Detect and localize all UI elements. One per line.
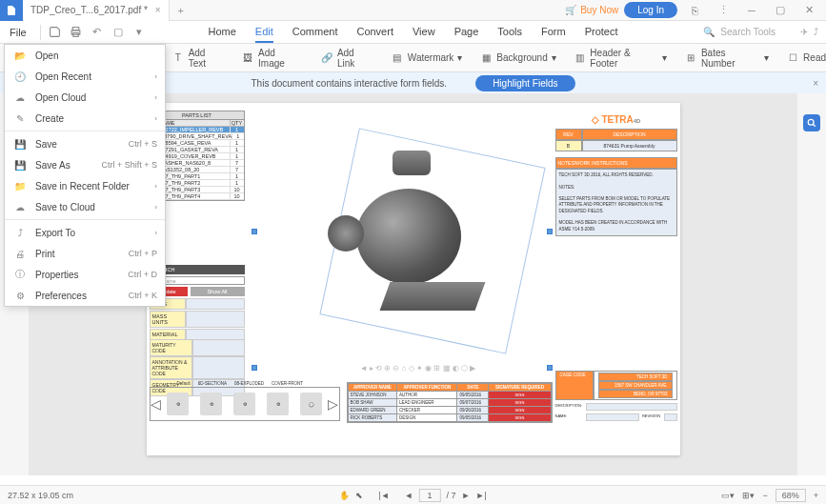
chevron-down-icon: ▾ (552, 52, 556, 63)
recent-icon: 🕘 (12, 71, 28, 82)
3d-toolbar[interactable]: ◄ ▸ ⟲ ⊕ ⊖ ⌂ ◇ ✦ ◉ ⊞ ▦ ◐ ⬡ ▶ (290, 362, 547, 373)
menu-save-recent-folder[interactable]: 📁Save in Recent Folder› (5, 175, 165, 196)
minimize-icon[interactable]: ─ (740, 5, 763, 16)
tab-home[interactable]: Home (208, 22, 235, 43)
read-checkbox[interactable]: ☐Read (786, 51, 826, 65)
buy-now-link[interactable]: 🛒 Buy Now (565, 5, 618, 15)
maximize-icon[interactable]: ▢ (769, 4, 792, 16)
tab-protect[interactable]: Protect (585, 22, 618, 43)
view-thumb[interactable]: ⚙ (200, 393, 222, 415)
menu-export[interactable]: ⤴Export To› (5, 222, 165, 243)
add-text-button[interactable]: TAdd Text (171, 48, 224, 69)
menu-open-cloud[interactable]: ☁Open Cloud› (5, 87, 165, 108)
send-icon[interactable]: ✈ (800, 27, 808, 37)
view-strip: Default 6D-SECTIONA 08-EXPLODED COVER-FR… (150, 387, 340, 421)
mass-units-field[interactable] (186, 311, 245, 328)
view-thumb[interactable]: ⚙ (233, 393, 255, 415)
chevron-down-icon: ▾ (457, 52, 462, 63)
next-view-button[interactable]: ▷ (328, 396, 339, 412)
document-tab[interactable]: TDP_Creo_T...6_2017.pdf * × (23, 0, 170, 21)
folder-icon: 📁 (12, 181, 28, 192)
file-dropdown: 📂Open 🕘Open Recent› ☁Open Cloud› ✎Create… (4, 44, 166, 307)
menu-open-recent[interactable]: 🕘Open Recent› (5, 66, 165, 87)
rev-field[interactable]: B (555, 140, 582, 151)
print-icon[interactable] (66, 22, 87, 43)
add-image-button[interactable]: 🖼Add Image (241, 48, 303, 69)
background-button[interactable]: ▦Background▾ (479, 51, 555, 65)
highlight-fields-button[interactable]: Highlight Fields (475, 75, 574, 91)
gear-icon: ⚙ (12, 291, 28, 301)
background-icon: ▦ (479, 51, 493, 65)
print-icon: 🖨 (12, 249, 28, 259)
zoom-out-icon[interactable]: − (762, 491, 767, 500)
show-all-button[interactable]: Show All (191, 287, 245, 296)
close-window-icon[interactable]: ✕ (797, 4, 820, 16)
add-link-button[interactable]: 🔗Add Link (320, 48, 373, 69)
approval-table: APPROVER NAME APPROVER FUNCTION DATE SIG… (347, 382, 553, 423)
prev-page-icon[interactable]: ◄ (405, 491, 413, 500)
login-button[interactable]: Log In (624, 2, 677, 18)
next-page-icon[interactable]: ► (462, 491, 471, 500)
tab-convert[interactable]: Convert (356, 22, 393, 43)
menu-properties[interactable]: ⓘPropertiesCtrl + D (5, 264, 165, 285)
new-tab-button[interactable]: + (170, 5, 192, 16)
prev-view-button[interactable]: ◁ (151, 396, 162, 412)
approval-row: STEVE JOHNSONAUTHOR09/05/2016SIGN (348, 392, 551, 399)
view-thumb[interactable]: ⚙ (267, 393, 289, 415)
last-page-icon[interactable]: ►| (475, 491, 486, 500)
tab-edit[interactable]: Edit (255, 22, 273, 43)
tab-tools[interactable]: Tools (497, 22, 522, 43)
tab-comment[interactable]: Comment (292, 22, 338, 43)
chevron-down-icon: ▾ (662, 52, 667, 63)
page-input[interactable]: 1 (418, 489, 440, 502)
file-menu-button[interactable]: File (0, 21, 36, 44)
banner-close-icon[interactable]: × (813, 78, 818, 89)
share-icon[interactable]: ⤴ (814, 27, 818, 37)
view-thumb[interactable]: ⚙ (167, 393, 189, 415)
save-icon[interactable] (45, 22, 66, 43)
chevron-right-icon: › (154, 114, 157, 123)
statusbar: 27.52 x 19.05 cm ✋ ⬉ |◄ ◄ 1 / 7 ► ►| ▭▾ … (0, 485, 826, 504)
hand-tool-icon[interactable]: ✋ (339, 491, 350, 500)
close-icon[interactable]: × (155, 5, 161, 15)
tab-page[interactable]: Page (454, 22, 479, 43)
right-sidebar (797, 93, 826, 475)
tab-form[interactable]: Form (541, 22, 566, 43)
pump-3d-view[interactable] (299, 131, 528, 341)
first-page-icon[interactable]: |◄ (378, 491, 389, 500)
menu-open[interactable]: 📂Open (5, 45, 165, 66)
header-icon: ▥ (574, 51, 587, 65)
menu-preferences[interactable]: ⚙PreferencesCtrl + K (5, 285, 165, 306)
menu-print[interactable]: 🖨PrintCtrl + P (5, 243, 165, 264)
menu-save-as[interactable]: 💾Save AsCtrl + Shift + S (5, 154, 165, 175)
menu-save-cloud[interactable]: ☁Save to Cloud› (5, 196, 165, 217)
header-footer-button[interactable]: ▥Header & Footer▾ (574, 48, 668, 69)
mass-field[interactable] (186, 298, 245, 310)
fit-width-icon[interactable]: ▭▾ (721, 491, 735, 500)
cloud-icon: ☁ (12, 202, 28, 212)
approval-row: BOB SHAWLEAD ENGINEER09/07/2016SIGN (348, 399, 551, 407)
watermark-button[interactable]: ▤Watermark▾ (391, 51, 463, 65)
bates-number-button[interactable]: ⊞Bates Number▾ (684, 48, 769, 69)
image-icon: 🖼 (241, 51, 254, 65)
more-icon[interactable]: ▾ (129, 22, 150, 43)
undo-icon[interactable]: ↶ (87, 22, 108, 43)
menu-create[interactable]: ✎Create› (5, 108, 165, 129)
select-tool-icon[interactable]: ⬉ (355, 491, 363, 500)
cloud-icon: ☁ (12, 92, 28, 103)
zoom-in-icon[interactable]: + (814, 491, 818, 500)
notify-icon[interactable]: ⎘ (683, 5, 706, 16)
search-badge[interactable] (803, 114, 820, 131)
kebab-icon[interactable]: ⋮ (712, 4, 735, 16)
menu-tabs: Home Edit Comment Convert View Page Tool… (208, 22, 617, 43)
tab-view[interactable]: View (413, 22, 435, 43)
view-thumb[interactable]: ◯ (300, 393, 322, 415)
tetra-panel: ◇ TETRA4D REV DESCRIPTION B 874631 Pump … (555, 111, 677, 236)
menu-save[interactable]: 💾SaveCtrl + S (5, 133, 165, 154)
search-tools[interactable]: 🔍 Search Tools ✈ ⤴ (703, 27, 826, 37)
zoom-input[interactable]: 68% (776, 489, 806, 502)
redo-icon[interactable]: ▢ (108, 22, 129, 43)
watermark-icon: ▤ (391, 51, 404, 65)
fit-page-icon[interactable]: ⊞▾ (742, 491, 755, 500)
desc-field[interactable]: 874631 Pump Assembly (582, 140, 677, 151)
